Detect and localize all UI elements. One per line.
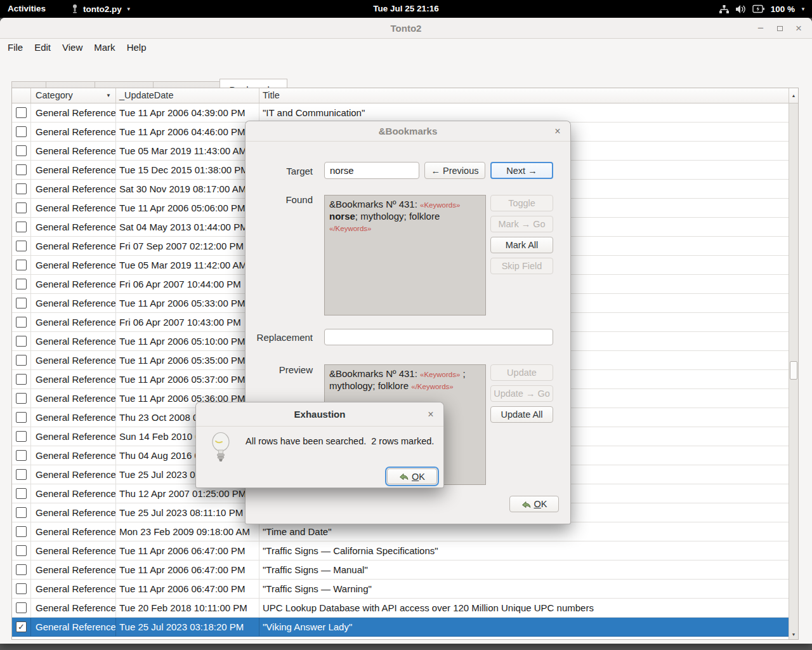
row-checkbox[interactable] (16, 469, 27, 480)
menu-mark[interactable]: Mark (88, 39, 121, 56)
row-checkbox[interactable] (16, 202, 27, 213)
updatedate-cell: Tue 20 Feb 2018 10:11:00 PM (116, 599, 259, 617)
window-titlebar[interactable]: Tonto2 − × (0, 18, 812, 39)
ok-label: OK (412, 472, 425, 482)
top-bar: Activities tonto2.py ▼ Tue Jul 25 21:16 … (0, 0, 812, 18)
header-category-label: Category (36, 90, 73, 100)
scrollbar-track[interactable] (789, 103, 798, 630)
scroll-down-button[interactable]: ▼ (789, 630, 798, 639)
row-checkbox[interactable] (16, 241, 27, 251)
updatedate-cell: Tue 11 Apr 2006 05:33:00 PM (116, 294, 259, 312)
category-cell: General Reference (31, 332, 116, 350)
menu-help[interactable]: Help (121, 39, 152, 56)
row-checkbox[interactable] (16, 355, 27, 366)
bookmarks-ok-button[interactable]: OK (509, 496, 559, 512)
row-checkbox[interactable] (16, 164, 27, 175)
bookmarks-dialog-titlebar[interactable]: &Bookmarks × (246, 121, 570, 142)
next-button[interactable]: Next → (490, 162, 553, 179)
mark-all-button[interactable]: Mark All (490, 237, 553, 253)
header-updatedate[interactable]: _UpdateDate (116, 88, 259, 103)
checkbox-cell (12, 427, 31, 446)
clock[interactable]: Tue Jul 25 21:16 (0, 0, 812, 18)
row-checkbox[interactable] (16, 126, 27, 137)
row-checkbox[interactable] (16, 298, 27, 308)
scrollbar-thumb[interactable] (790, 361, 797, 380)
table-row[interactable]: General ReferenceTue 11 Apr 2006 06:47:0… (12, 580, 789, 599)
category-cell: General Reference (31, 256, 116, 274)
title-cell: "Traffic Signs — Manual" (259, 560, 789, 579)
target-input[interactable]: norse (324, 162, 419, 179)
battery-icon (752, 4, 765, 13)
checkbox-cell (12, 123, 31, 141)
mark-go-button[interactable]: Mark → Go (490, 216, 553, 232)
bookmarks-dialog-close-button[interactable]: × (550, 121, 565, 142)
row-checkbox[interactable] (16, 336, 27, 347)
text-segment-normal: &Bookmarks Nº 431: (329, 368, 420, 379)
checkbox-cell (12, 522, 31, 541)
row-checkbox[interactable] (16, 279, 27, 289)
category-cell: General Reference (31, 541, 116, 560)
header-title[interactable]: Title (259, 88, 789, 103)
category-cell: General Reference (31, 560, 116, 579)
system-status-area[interactable]: 100 % ▼ (719, 0, 806, 18)
category-cell: General Reference (31, 142, 116, 160)
update-go-button[interactable]: Update → Go (490, 385, 553, 402)
chevron-down-icon: ▼ (801, 6, 806, 12)
row-checkbox[interactable] (16, 107, 27, 118)
title-cell: "Viking Answer Lady" (259, 618, 789, 636)
menu-edit[interactable]: Edit (29, 39, 56, 56)
row-checkbox[interactable] (16, 374, 27, 385)
row-checkbox[interactable] (16, 260, 27, 270)
row-checkbox[interactable] (16, 526, 27, 537)
scroll-up-button[interactable]: ▲ (789, 88, 798, 103)
previous-button[interactable]: ← Previous (424, 162, 485, 179)
toggle-button[interactable]: Toggle (490, 195, 553, 211)
header-checkbox-column[interactable] (12, 88, 31, 103)
header-category[interactable]: Category▼ (31, 88, 116, 103)
checkbox-cell (12, 484, 31, 503)
preview-label: Preview (246, 364, 313, 375)
row-checkbox[interactable] (16, 564, 27, 575)
exhaustion-dialog-titlebar[interactable]: Exhaustion × (196, 402, 443, 427)
row-checkbox[interactable] (16, 488, 27, 499)
exhaustion-dialog-close-button[interactable]: × (423, 402, 438, 427)
replacement-input[interactable] (324, 329, 553, 345)
table-row[interactable]: General ReferenceTue 20 Feb 2018 10:11:0… (12, 599, 789, 618)
row-checkbox[interactable] (16, 145, 27, 156)
row-checkbox[interactable] (16, 412, 27, 423)
category-cell: General Reference (31, 237, 116, 255)
update-button[interactable]: Update (490, 364, 553, 381)
menu-file[interactable]: File (2, 39, 29, 56)
table-row[interactable]: General ReferenceTue 11 Apr 2006 04:39:0… (12, 103, 789, 123)
table-row[interactable]: General ReferenceMon 23 Feb 2009 09:18:0… (12, 522, 789, 541)
table-row[interactable]: General ReferenceTue 11 Apr 2006 06:47:0… (12, 560, 789, 580)
updatedate-cell: Tue 11 Apr 2006 05:35:00 PM (116, 351, 259, 369)
row-checkbox[interactable] (16, 393, 27, 404)
minimize-button[interactable]: − (751, 18, 770, 39)
updatedate-cell: Tue 11 Apr 2006 05:10:00 PM (116, 332, 259, 350)
row-checkbox[interactable] (16, 183, 27, 194)
close-button[interactable]: × (789, 18, 808, 39)
found-label: Found (246, 194, 313, 205)
checkbox-cell (12, 256, 31, 274)
row-checkbox[interactable] (16, 507, 27, 518)
table-row[interactable]: General ReferenceTue 11 Apr 2006 06:47:0… (12, 541, 789, 560)
row-checkbox[interactable] (16, 431, 27, 442)
row-checkbox[interactable] (16, 222, 27, 232)
row-checkbox[interactable] (16, 545, 27, 556)
row-checkbox[interactable] (16, 583, 27, 594)
table-row[interactable]: ✓General ReferenceTue 25 Jul 2023 03:18:… (12, 618, 789, 637)
row-checkbox-checked[interactable]: ✓ (16, 621, 27, 632)
row-checkbox[interactable] (16, 602, 27, 613)
scroll-up-icon: ▲ (792, 93, 796, 98)
row-checkbox[interactable] (16, 317, 27, 328)
update-all-button[interactable]: Update All (490, 406, 553, 423)
maximize-button[interactable] (770, 18, 789, 39)
row-checkbox[interactable] (16, 450, 27, 461)
vertical-scrollbar[interactable]: ▲ ▼ (789, 88, 798, 639)
exhaustion-ok-button[interactable]: OK (387, 468, 437, 484)
menu-view[interactable]: View (56, 39, 88, 56)
skip-field-button[interactable]: Skip Field (490, 258, 553, 274)
title-cell: "IT and Communication" (259, 103, 789, 122)
category-cell: General Reference (31, 180, 116, 198)
